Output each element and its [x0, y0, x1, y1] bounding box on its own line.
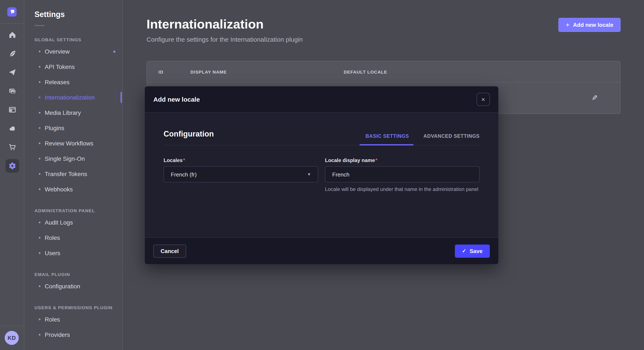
cancel-button[interactable]: Cancel — [153, 244, 186, 257]
modal-header: Add new locale × — [145, 86, 498, 113]
subnav-title: Settings — [24, 10, 122, 19]
sidebar-item-admin-roles[interactable]: Roles — [24, 230, 122, 245]
configuration-title: Configuration — [164, 130, 214, 139]
locale-form: Locales* French (fr) ▼ Locale display na… — [164, 156, 480, 193]
bullet-icon — [39, 81, 40, 83]
cart-icon[interactable] — [0, 138, 24, 157]
bullet-icon — [39, 285, 40, 287]
section-users-permissions-plugin: USERS & PERMISSIONS PLUGIN — [24, 305, 122, 310]
sidebar-item-media-library[interactable]: Media Library — [24, 105, 122, 120]
strapi-logo-glyph — [7, 7, 16, 16]
icon-sidebar: KD — [0, 0, 24, 350]
bullet-icon — [39, 143, 40, 144]
bullet-icon — [39, 158, 40, 160]
sidebar-item-email-configuration[interactable]: Configuration — [24, 279, 122, 294]
add-new-locale-button[interactable]: + Add new locale — [558, 18, 620, 32]
display-name-hint: Locale will be displayed under that name… — [325, 186, 480, 193]
layout-icon[interactable] — [0, 100, 24, 119]
sidebar-divider — [0, 326, 24, 326]
bullet-icon — [39, 334, 40, 336]
section-global-settings: GLOBAL SETTINGS — [24, 37, 122, 42]
column-header-display-name: DISPLAY NAME — [190, 69, 344, 74]
home-icon[interactable] — [0, 25, 24, 44]
settings-tabs: BASIC SETTINGS ADVANCED SETTINGS — [366, 134, 480, 139]
media-library-icon[interactable] — [0, 82, 24, 100]
plus-icon: + — [566, 21, 570, 28]
close-icon: × — [481, 96, 485, 103]
settings-nav-active[interactable] — [0, 157, 24, 175]
close-button[interactable]: × — [476, 93, 490, 106]
tab-basic-settings[interactable]: BASIC SETTINGS — [366, 134, 409, 139]
settings-subnav: Settings GLOBAL SETTINGS Overview API To… — [24, 0, 123, 350]
modal-footer: Cancel ✓ Save — [145, 237, 498, 264]
save-button-label: Save — [470, 248, 482, 254]
add-locale-modal: Add new locale × Configuration BASIC SET… — [145, 86, 498, 264]
chevron-down-icon: ▼ — [307, 172, 311, 176]
sidebar-item-up-providers[interactable]: Providers — [24, 327, 122, 342]
locales-select[interactable]: French (fr) ▼ — [164, 166, 318, 182]
modal-body: Configuration BASIC SETTINGS ADVANCED SE… — [145, 113, 498, 193]
logo-section — [0, 0, 24, 24]
strapi-logo[interactable] — [7, 7, 16, 16]
sidebar-item-internationalization[interactable]: Internationalization — [24, 90, 122, 105]
required-asterisk: * — [376, 157, 377, 163]
bullet-icon — [39, 252, 40, 254]
bullet-icon — [39, 112, 40, 114]
sidebar-item-overview[interactable]: Overview — [24, 44, 122, 59]
bullet-icon — [39, 173, 40, 175]
section-email-plugin: EMAIL PLUGIN — [24, 272, 122, 277]
sidebar-item-admin-users[interactable]: Users — [24, 245, 122, 261]
required-asterisk: * — [183, 157, 185, 163]
locales-label: Locales* — [164, 157, 185, 163]
column-header-default-locale: DEFAULT LOCALE — [344, 69, 387, 74]
sidebar-item-up-roles[interactable]: Roles — [24, 312, 122, 327]
bullet-icon — [39, 51, 40, 52]
page-title: Internationalization — [146, 17, 264, 31]
user-avatar[interactable]: KD — [5, 331, 19, 345]
display-name-label: Locale display name* — [325, 157, 377, 163]
display-name-input[interactable] — [325, 166, 480, 182]
title-divider — [34, 25, 45, 26]
sidebar-item-releases[interactable]: Releases — [24, 74, 122, 90]
bullet-icon — [39, 127, 40, 129]
locales-field-group: Locales* French (fr) ▼ — [164, 156, 318, 193]
sidebar-item-plugins[interactable]: Plugins — [24, 120, 122, 136]
cloud-icon[interactable] — [0, 119, 24, 138]
column-header-id: ID — [158, 69, 190, 74]
configuration-section-header: Configuration BASIC SETTINGS ADVANCED SE… — [164, 130, 480, 146]
display-name-field-group: Locale display name* Locale will be disp… — [325, 156, 480, 193]
page-subtitle: Configure the settings for the Internati… — [146, 36, 303, 43]
bullet-icon — [39, 319, 40, 320]
section-administration-panel: ADMINISTRATION PANEL — [24, 208, 122, 213]
active-indicator — [120, 92, 122, 103]
sidebar-item-transfer-tokens[interactable]: Transfer Tokens — [24, 166, 122, 181]
tab-advanced-settings[interactable]: ADVANCED SETTINGS — [423, 134, 480, 139]
feather-icon[interactable] — [0, 44, 24, 63]
bullet-icon — [39, 188, 40, 190]
bullet-icon — [39, 66, 40, 68]
bullet-icon — [39, 97, 40, 98]
save-button[interactable]: ✓ Save — [455, 244, 490, 257]
gear-icon — [5, 159, 19, 173]
edit-locale-button[interactable]: ✎ — [590, 93, 600, 103]
sidebar-item-single-sign-on[interactable]: Single Sign-On — [24, 151, 122, 166]
notification-dot — [113, 50, 116, 52]
bullet-icon — [39, 237, 40, 239]
paper-plane-icon[interactable] — [0, 63, 24, 82]
locales-select-value: French (fr) — [171, 171, 196, 177]
icon-nav — [0, 25, 24, 175]
add-new-locale-label: Add new locale — [573, 22, 613, 28]
app-window: KD Settings GLOBAL SETTINGS Overview API… — [0, 0, 644, 350]
modal-title: Add new locale — [153, 96, 200, 103]
bullet-icon — [39, 222, 40, 223]
pencil-icon: ✎ — [592, 94, 598, 102]
sidebar-item-api-tokens[interactable]: API Tokens — [24, 59, 122, 74]
sidebar-item-audit-logs[interactable]: Audit Logs — [24, 215, 122, 230]
sidebar-item-review-workflows[interactable]: Review Workflows — [24, 136, 122, 151]
table-header-row: ID DISPLAY NAME DEFAULT LOCALE — [147, 61, 620, 82]
sidebar-item-webhooks[interactable]: Webhooks — [24, 181, 122, 197]
check-icon: ✓ — [462, 248, 466, 254]
